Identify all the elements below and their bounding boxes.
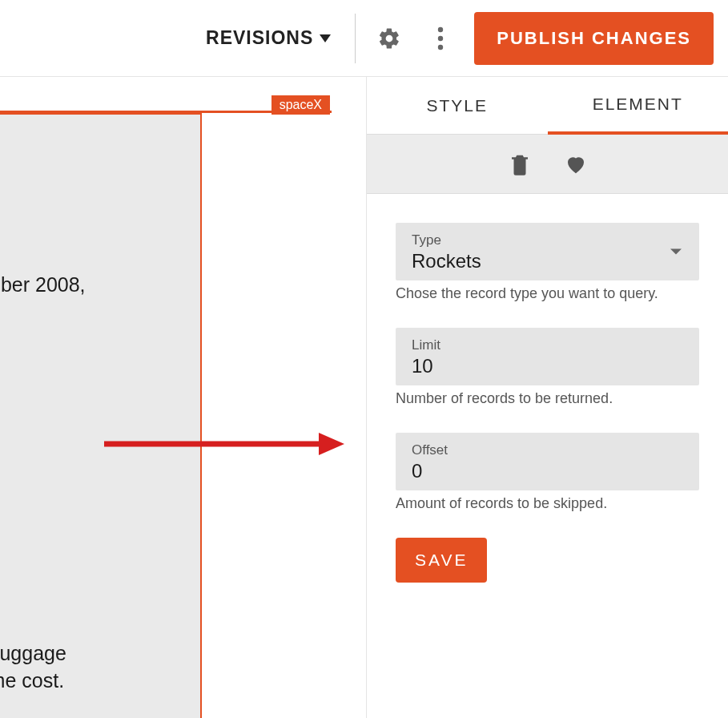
svg-point-1 bbox=[438, 35, 443, 40]
type-label: Type bbox=[412, 232, 683, 248]
tab-style[interactable]: STYLE bbox=[367, 77, 548, 135]
type-value: Rockets bbox=[412, 250, 683, 272]
limit-help: Number of records to be returned. bbox=[396, 390, 699, 407]
offset-label: Offset bbox=[412, 442, 683, 458]
top-header: REVISIONS PUBLISH CHANGES bbox=[0, 0, 728, 77]
canvas-text-fragment: ers, crew, luggage bbox=[0, 642, 66, 665]
limit-value: 10 bbox=[412, 355, 683, 377]
gear-icon bbox=[377, 26, 401, 50]
svg-point-2 bbox=[438, 44, 443, 49]
offset-value: 0 bbox=[412, 460, 683, 482]
canvas-text-fragment: 28 September 2008, bbox=[0, 273, 86, 296]
selection-tag: spaceX bbox=[271, 95, 330, 115]
inspector-tabs: STYLE ELEMENT bbox=[367, 77, 728, 135]
main-area: spaceX 28 September 2008, he Dragon ers,… bbox=[0, 77, 728, 718]
type-help: Chose the record type you want to query. bbox=[396, 285, 699, 302]
limit-input[interactable]: Limit 10 bbox=[396, 328, 699, 385]
offset-input[interactable]: Offset 0 bbox=[396, 433, 699, 490]
limit-label: Limit bbox=[412, 337, 683, 353]
save-button[interactable]: SAVE bbox=[396, 538, 487, 583]
offset-help: Amount of records to be skipped. bbox=[396, 495, 699, 512]
canvas-preview: spaceX 28 September 2008, he Dragon ers,… bbox=[0, 77, 367, 718]
tab-element[interactable]: ELEMENT bbox=[548, 77, 729, 135]
more-menu-button[interactable] bbox=[423, 21, 458, 56]
heart-icon[interactable] bbox=[564, 152, 588, 176]
svg-point-0 bbox=[438, 26, 443, 31]
settings-button[interactable] bbox=[372, 21, 407, 56]
revisions-label: REVISIONS bbox=[206, 27, 313, 49]
divider bbox=[355, 14, 356, 63]
canvas-text-fragment: one-third the cost. bbox=[0, 669, 64, 692]
element-actions bbox=[367, 135, 728, 194]
inspector-panel: STYLE ELEMENT Type Rockets Chose the rec… bbox=[367, 77, 728, 718]
svg-marker-4 bbox=[319, 433, 344, 455]
revisions-dropdown[interactable]: REVISIONS bbox=[198, 27, 339, 49]
selected-element-outline[interactable]: spaceX bbox=[0, 113, 202, 718]
trash-icon[interactable] bbox=[508, 152, 532, 176]
element-form: Type Rockets Chose the record type you w… bbox=[367, 194, 728, 611]
type-select[interactable]: Type Rockets bbox=[396, 223, 699, 280]
publish-changes-button[interactable]: PUBLISH CHANGES bbox=[474, 12, 714, 65]
caret-down-icon bbox=[320, 34, 331, 42]
dots-vertical-icon bbox=[437, 26, 444, 50]
content-frame: spaceX 28 September 2008, he Dragon ers,… bbox=[0, 111, 332, 718]
arrow-annotation-icon bbox=[104, 430, 344, 458]
